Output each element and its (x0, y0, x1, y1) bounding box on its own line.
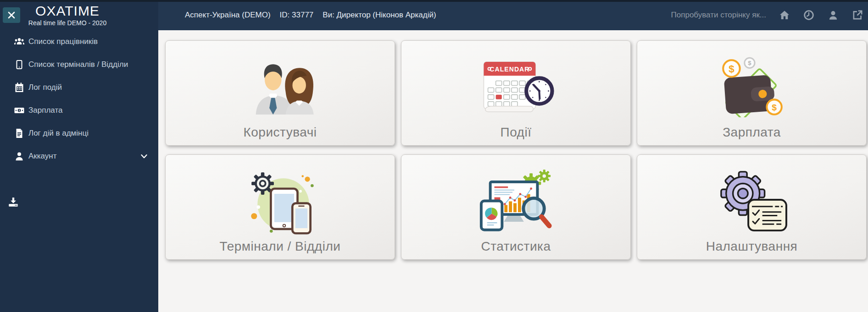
tile-settings[interactable]: Налаштування (637, 154, 867, 260)
open-external-button[interactable] (851, 9, 863, 22)
chevron-down-icon (139, 151, 149, 161)
download-button[interactable] (7, 196, 19, 208)
app-subtitle: Real time life DEMO - 2020 (27, 19, 108, 27)
account-user-icon (14, 151, 25, 162)
sidebar-item-label: Лог дій в адмінці (28, 129, 89, 138)
sidebar-logo-row: OXATIME Real time life DEMO - 2020 (0, 0, 158, 30)
sidebar-item-label: Список терміналів / Відділи (28, 60, 128, 69)
account-id: ID: 33777 (280, 11, 314, 20)
tile-salary[interactable]: $ $ $ Зарплата (637, 40, 867, 146)
employees-group-icon (14, 36, 25, 47)
tile-events[interactable]: CALENDAR (401, 40, 631, 146)
home-button[interactable] (778, 9, 790, 22)
tile-label: Користувачі (243, 126, 317, 140)
header-info: Аспект-Україна (DEMO) ID: 33777 Ви: Дире… (185, 11, 436, 20)
close-icon (7, 11, 16, 19)
tile-label: Термінали / Відділи (220, 240, 341, 254)
sidebar-item-label: Зарплата (28, 106, 62, 115)
user-icon (827, 9, 839, 21)
current-user: Ви: Директор (Ніконов Аркадій) (323, 11, 436, 20)
devices-illustration (244, 155, 317, 240)
svg-text:$: $ (772, 102, 777, 112)
home-icon (779, 9, 790, 21)
tile-label: Статистика (481, 240, 551, 254)
calendar-icon (14, 82, 25, 93)
tile-label: Зарплата (723, 126, 781, 140)
sidebar-item-admin-log[interactable]: Лог дій в адмінці (0, 122, 158, 145)
sidebar-item-label: Аккаунт (28, 152, 57, 161)
tile-statistics[interactable]: Статистика (401, 154, 631, 260)
main-content: Користувачі CALENDAR (158, 30, 868, 312)
statistics-illustration (478, 155, 555, 240)
terminal-tablet-icon (14, 59, 25, 70)
profile-button[interactable] (827, 9, 839, 22)
history-button[interactable] (802, 9, 815, 22)
tile-terminals[interactable]: Термінали / Відділи (165, 154, 395, 260)
svg-text:CALENDAR: CALENDAR (490, 66, 529, 73)
users-illustration (242, 41, 318, 126)
tile-label: Події (501, 126, 532, 140)
tile-grid: Користувачі CALENDAR (165, 40, 867, 260)
try-page-as-dropdown[interactable]: Попробувати сторінку як... (671, 11, 766, 20)
calendar-clock-illustration: CALENDAR (477, 41, 556, 126)
app-title: OXATIME (27, 4, 108, 18)
tile-users[interactable]: Користувачі (165, 40, 395, 146)
header-actions: Попробувати сторінку як... (671, 9, 863, 22)
svg-text:$: $ (729, 63, 734, 74)
sidebar-item-terminals[interactable]: Список терміналів / Відділи (0, 53, 158, 76)
svg-text:$: $ (748, 60, 751, 66)
sidebar-item-account[interactable]: Аккаунт (0, 145, 158, 168)
sidebar: OXATIME Real time life DEMO - 2020 Списо… (0, 0, 158, 312)
sidebar-nav: Список працівників Список терміналів / В… (0, 30, 158, 168)
sidebar-toggle-button[interactable] (3, 7, 20, 23)
sidebar-footer (0, 196, 158, 208)
sidebar-item-label: Список працівників (28, 37, 98, 46)
sidebar-item-events-log[interactable]: Лог подій (0, 76, 158, 99)
gear-checklist-illustration (714, 155, 790, 240)
document-icon (14, 128, 25, 139)
brand-block: OXATIME Real time life DEMO - 2020 (27, 4, 108, 27)
open-external-icon (851, 9, 863, 21)
tile-label: Налаштування (706, 240, 798, 254)
download-icon (7, 196, 19, 208)
sidebar-item-salary[interactable]: Зарплата (0, 99, 158, 122)
sidebar-item-employees[interactable]: Список працівників (0, 30, 158, 53)
money-bill-icon (14, 105, 25, 116)
company-name: Аспект-Україна (DEMO) (185, 11, 271, 20)
wallet-money-illustration: $ $ $ (715, 41, 789, 126)
window-top-edge (0, 0, 868, 2)
history-clock-icon (803, 9, 815, 21)
sidebar-item-label: Лог подій (28, 83, 62, 92)
header: Аспект-Україна (DEMO) ID: 33777 Ви: Дире… (158, 0, 868, 30)
